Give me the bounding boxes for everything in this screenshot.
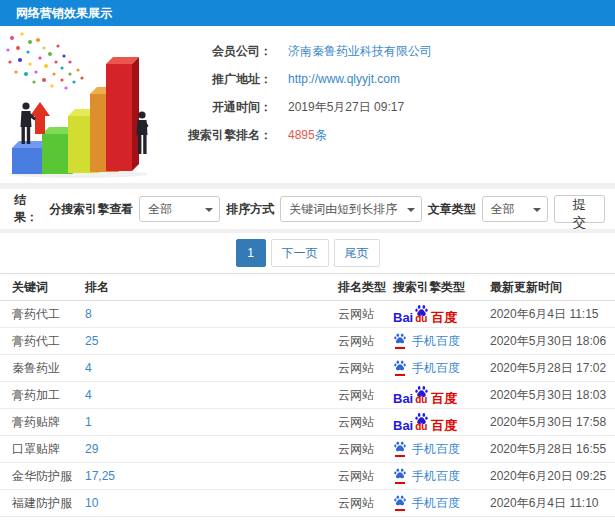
engine-cell: 手机百度 [393, 468, 490, 484]
filter-controls: 分搜索引擎查看 全部 排序方式 关键词由短到长排序 文章类型 全部 提交 [49, 195, 605, 223]
rank-type-cell: 云网站 [338, 360, 393, 377]
engine-cell: Baidu百度 [393, 413, 490, 432]
sort-filter-select[interactable]: 关键词由短到长排序 [280, 196, 422, 222]
company-label: 会员公司： [178, 43, 272, 60]
updated-cell: 2020年5月30日 18:06 [490, 333, 615, 350]
rank-link[interactable]: 29 [85, 442, 338, 456]
baidu-logo: Baidu百度 [393, 305, 457, 324]
rank-type-cell: 云网站 [338, 468, 393, 485]
table-row: 福建防护服 10 云网站 手机百度 2020年6月4日 11:10 [0, 490, 615, 517]
updated-cell: 2020年5月30日 18:03 [490, 387, 615, 404]
keyword-rank-table: 关键词 排名 排名类型 搜索引擎类型 最新更新时间 膏药代工 8 云网站 Bai… [0, 274, 615, 520]
baidu-mobile-logo: 手机百度 [393, 360, 460, 376]
baidu-mobile-logo: 手机百度 [393, 468, 460, 484]
keyword-cell: 膏药代工 [0, 306, 85, 323]
keyword-cell: 膏药贴牌 [0, 414, 85, 431]
rank-link[interactable]: 4 [85, 388, 338, 402]
keyword-cell: 口罩贴牌 [0, 441, 85, 458]
page-1-button[interactable]: 1 [236, 239, 266, 267]
bar-chart-growth-illustration-icon [0, 28, 170, 180]
rank-type-cell: 云网站 [338, 387, 393, 404]
promo-url-label: 推广地址： [178, 71, 272, 88]
next-page-button[interactable]: 下一页 [271, 239, 329, 267]
article-type-label: 文章类型 [428, 201, 476, 218]
baidu-logo: Baidu百度 [393, 413, 457, 432]
engine-cell: 手机百度 [393, 333, 490, 349]
rank-link[interactable]: 4 [85, 361, 338, 375]
table-body: 膏药代工 8 云网站 Baidu百度 2020年6月4日 11:15 膏药代工 … [0, 301, 615, 520]
open-time-row: 开通时间： 2019年5月27日 09:17 [178, 93, 615, 121]
company-link[interactable]: 济南秦鲁药业科技有限公司 [288, 43, 432, 60]
engine-type-header: 搜索引擎类型 [393, 279, 490, 296]
baidu-paw-icon: du [413, 386, 430, 405]
rank-type-cell: 云网站 [338, 414, 393, 431]
engine-rank-value: 4895条 [288, 127, 327, 144]
updated-cell: 2020年5月30日 17:58 [490, 414, 615, 431]
rank-link[interactable]: 25 [85, 334, 338, 348]
last-page-button[interactable]: 尾页 [334, 239, 380, 267]
article-type-select[interactable]: 全部 [482, 196, 548, 222]
rank-count: 4895 [288, 128, 315, 142]
promo-url-row: 推广地址： http://www.qlyyjt.com [178, 65, 615, 93]
engine-cell: 手机百度 [393, 495, 490, 511]
baidu-mobile-paw-icon [393, 333, 407, 349]
result-label: 结果： [14, 192, 49, 226]
engine-cell: Baidu百度 [393, 386, 490, 405]
updated-cell: 2020年6月4日 11:10 [490, 495, 615, 512]
account-info-list: 会员公司： 济南秦鲁药业科技有限公司 推广地址： http://www.qlyy… [178, 26, 615, 149]
engine-cell: 手机百度 [393, 360, 490, 376]
engine-rank-label: 搜索引擎排名： [178, 127, 272, 144]
sort-filter-value: 关键词由短到长排序 [289, 201, 397, 218]
table-row: 口罩贴牌 29 云网站 手机百度 2020年5月28日 16:55 [0, 436, 615, 463]
keyword-header: 关键词 [0, 279, 85, 296]
submit-button[interactable]: 提交 [554, 195, 605, 223]
updated-cell: 2020年6月4日 11:15 [490, 306, 615, 323]
promo-url-link[interactable]: http://www.qlyyjt.com [288, 72, 400, 86]
rank-type-cell: 云网站 [338, 495, 393, 512]
keyword-cell: 金华防护服 [0, 468, 85, 485]
rank-header: 排名 [85, 279, 338, 296]
updated-cell: 2020年5月28日 16:55 [490, 441, 615, 458]
table-row: 膏药代工 8 云网站 Baidu百度 2020年6月4日 11:15 [0, 301, 615, 328]
account-info-section: 会员公司： 济南秦鲁药业科技有限公司 推广地址： http://www.qlyy… [0, 26, 615, 183]
baidu-paw-icon: du [413, 305, 430, 324]
updated-header: 最新更新时间 [490, 279, 615, 296]
keyword-cell: 膏药加工 [0, 387, 85, 404]
baidu-mobile-logo: 手机百度 [393, 333, 460, 349]
baidu-logo: Baidu百度 [393, 386, 457, 405]
result-filter-bar: 结果： 分搜索引擎查看 全部 排序方式 关键词由短到长排序 文章类型 全部 提交 [0, 189, 615, 229]
table-row: 膏药代工 25 云网站 手机百度 2020年5月30日 18:06 [0, 328, 615, 355]
table-row: 膏药加工 4 云网站 Baidu百度 2020年5月30日 18:03 [0, 382, 615, 409]
rank-link[interactable]: 1 [85, 415, 338, 429]
keyword-cell: 膏药代工 [0, 333, 85, 350]
sort-filter-label: 排序方式 [226, 201, 274, 218]
baidu-mobile-logo: 手机百度 [393, 495, 460, 511]
rank-type-header: 排名类型 [338, 279, 393, 296]
table-row: 金华防护服 17,25 云网站 手机百度 2020年6月20日 09:25 [0, 463, 615, 490]
engine-cell: 手机百度 [393, 441, 490, 457]
updated-cell: 2020年5月28日 17:02 [490, 360, 615, 377]
engine-filter-value: 全部 [148, 201, 172, 218]
article-type-value: 全部 [491, 201, 515, 218]
engine-cell: Baidu百度 [393, 305, 490, 324]
engine-filter-select[interactable]: 全部 [139, 196, 220, 222]
baidu-mobile-paw-icon [393, 468, 407, 484]
open-time-value: 2019年5月27日 09:17 [288, 99, 404, 116]
updated-cell: 2020年6月20日 09:25 [490, 468, 615, 485]
table-header-row: 关键词 排名 排名类型 搜索引擎类型 最新更新时间 [0, 274, 615, 301]
rank-link[interactable]: 10 [85, 496, 338, 510]
engine-rank-row: 搜索引擎排名： 4895条 [178, 121, 615, 149]
keyword-cell: 秦鲁药业 [0, 360, 85, 377]
engine-filter-label: 分搜索引擎查看 [49, 201, 133, 218]
pagination-bar: 1 下一页 尾页 [0, 233, 615, 274]
marketing-effect-page: 网络营销效果展示 [0, 0, 615, 520]
keyword-cell: 福建防护服 [0, 495, 85, 512]
open-time-label: 开通时间： [178, 99, 272, 116]
rank-link[interactable]: 17,25 [85, 469, 338, 483]
rank-unit: 条 [315, 128, 327, 142]
baidu-mobile-paw-icon [393, 441, 407, 457]
baidu-mobile-paw-icon [393, 360, 407, 376]
rank-link[interactable]: 8 [85, 307, 338, 321]
table-row: 膏药贴牌 1 云网站 Baidu百度 2020年5月30日 17:58 [0, 409, 615, 436]
rank-type-cell: 云网站 [338, 333, 393, 350]
